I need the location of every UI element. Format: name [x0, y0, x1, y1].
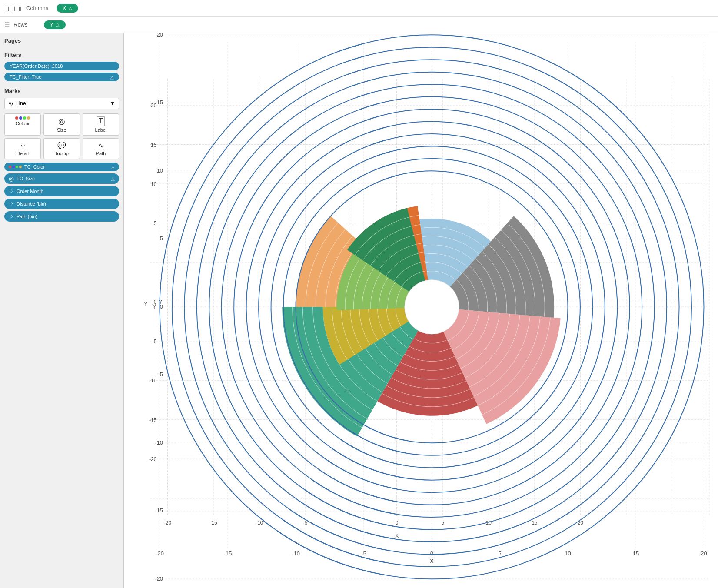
- chart-area: 20 15 10 5 0 -5 -10 -15 -20 Y -20 -15 -1…: [124, 33, 718, 588]
- colour-button[interactable]: Colour: [4, 113, 41, 136]
- tc-color-icon: [9, 166, 22, 168]
- path-icon: ∿: [98, 141, 104, 149]
- marks-title: Marks: [4, 88, 119, 94]
- polar-canvas: [124, 33, 718, 588]
- detail-button[interactable]: ⁘ Detail: [4, 138, 41, 159]
- detail-icon: ⁘: [20, 141, 26, 149]
- path-bin-icon: ⁘: [9, 213, 14, 220]
- columns-icon: ⫼⫼⫼: [4, 5, 23, 12]
- distance-bin-icon: ⁘: [9, 200, 14, 207]
- order-month-label: Order Month: [17, 189, 43, 194]
- filter-year[interactable]: YEAR(Order Date): 2018: [4, 62, 119, 70]
- marks-type-label: Line: [16, 100, 26, 106]
- filters-section: Filters YEAR(Order Date): 2018 TC_Filter…: [4, 52, 119, 83]
- marks-pills: TC_Color △ ◎ TC_Size △ ⁘ Order Month: [4, 163, 119, 222]
- tc-color-label: TC_Color: [24, 164, 45, 169]
- chart-canvas: 20 15 10 5 0 -5 -10 -15 -20 Y -20 -15 -1…: [124, 33, 718, 588]
- dropdown-arrow: ▼: [110, 100, 115, 106]
- size-icon: ◎: [58, 116, 65, 126]
- label-icon: T: [97, 116, 105, 126]
- filters-title: Filters: [4, 52, 119, 58]
- path-label: Path: [96, 151, 106, 156]
- left-panel: Pages Filters YEAR(Order Date): 2018 TC_…: [0, 33, 124, 588]
- tc-size-label: TC_Size: [17, 176, 35, 181]
- tc-size-icon: ◎: [9, 175, 14, 182]
- rows-icon: ☰: [4, 21, 10, 28]
- columns-shelf: ⫼⫼⫼ Columns X △: [0, 0, 718, 17]
- label-button[interactable]: T Label: [83, 113, 119, 136]
- path-bin-label: Path (bin): [17, 214, 37, 219]
- size-label: Size: [57, 127, 66, 133]
- label-label: Label: [95, 127, 107, 133]
- tc-size-pill[interactable]: ◎ TC_Size △: [4, 173, 119, 184]
- pages-title: Pages: [4, 37, 119, 44]
- rows-shelf: ☰ Rows Y △: [0, 17, 718, 33]
- order-month-pill[interactable]: ⁘ Order Month: [4, 186, 119, 196]
- filter-tc[interactable]: TC_Filter: True △: [4, 73, 119, 81]
- distance-bin-label: Distance (bin): [17, 201, 46, 206]
- rows-pill[interactable]: Y △: [44, 20, 66, 29]
- columns-pill[interactable]: X △: [57, 4, 78, 13]
- line-icon: ∿: [8, 100, 13, 107]
- content-area: Pages Filters YEAR(Order Date): 2018 TC_…: [0, 33, 718, 588]
- order-month-icon: ⁘: [9, 188, 14, 195]
- marks-type-dropdown[interactable]: ∿ Line ▼: [4, 98, 119, 109]
- tc-color-pill[interactable]: TC_Color △: [4, 163, 119, 171]
- tooltip-button[interactable]: 💬 Tooltip: [43, 138, 80, 159]
- path-button[interactable]: ∿ Path: [83, 138, 119, 159]
- size-button[interactable]: ◎ Size: [43, 113, 80, 136]
- distance-bin-pill[interactable]: ⁘ Distance (bin): [4, 199, 119, 209]
- tooltip-label: Tooltip: [55, 151, 69, 156]
- detail-label: Detail: [17, 151, 29, 156]
- pages-section: Pages: [4, 37, 119, 47]
- tooltip-icon: 💬: [57, 141, 66, 149]
- path-bin-pill[interactable]: ⁘ Path (bin): [4, 211, 119, 222]
- marks-section: Marks ∿ Line ▼ Colour: [4, 88, 119, 222]
- marks-buttons: Colour ◎ Size T Label ⁘ Detail 💬 Tooltip: [4, 113, 119, 159]
- colour-label: Colour: [16, 121, 30, 126]
- columns-label: Columns: [26, 5, 57, 11]
- rows-label: Rows: [13, 21, 44, 28]
